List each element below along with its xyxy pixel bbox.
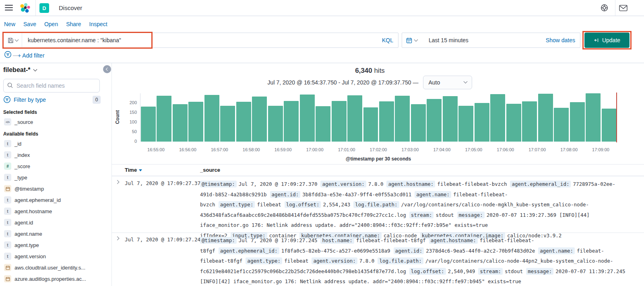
histogram-bar[interactable] xyxy=(538,94,553,142)
x-axis-tick: 17:05:00 xyxy=(465,147,482,152)
histogram-bar[interactable] xyxy=(157,96,171,142)
field-value: 3b8fdd3a-e53e-4a37-9ff4-e0f55a3cd011 xyxy=(302,191,411,198)
expand-row-icon[interactable] xyxy=(116,180,120,184)
field-key-badge: agent.type: xyxy=(219,201,255,208)
histogram-bar[interactable] xyxy=(554,108,569,142)
document-source: @timestamp:Jul 7, 2020 @ 17:09:27.370age… xyxy=(200,179,628,241)
document-row: Jul 7, 2020 @ 17:09:27.245@timestamp:Jul… xyxy=(112,233,644,286)
histogram-bar[interactable] xyxy=(602,109,617,142)
x-axis-tick: 16:57:00 xyxy=(211,147,228,152)
field-value: 7.8.0 xyxy=(359,258,375,264)
field-value: filebeat-filebeat-bvzch xyxy=(437,181,507,187)
field-key-badge: agent.name: xyxy=(415,191,451,198)
x-axis-tick: 16:56:00 xyxy=(179,147,196,152)
histogram-bar[interactable] xyxy=(506,104,521,142)
field-value: 2378d4c6-9ea5-44f0-a2c2-70b9f483d02e xyxy=(426,248,535,254)
histogram-bar[interactable] xyxy=(332,101,347,142)
histogram-bar[interactable] xyxy=(204,95,219,142)
field-key-badge: agent.version: xyxy=(312,257,357,264)
x-axis-tick: 17:03:00 xyxy=(402,147,419,152)
field-value: filebeat-filebeat-t8fgf xyxy=(356,237,426,243)
field-key-badge: host.name: xyxy=(320,237,354,244)
current-time-marker xyxy=(616,93,617,142)
field-key-badge: agent.name: xyxy=(538,247,575,254)
histogram-bar[interactable] xyxy=(395,96,410,142)
field-value: 7.8.0 xyxy=(368,181,384,187)
field-key-badge: stream: xyxy=(478,268,503,275)
document-time: Jul 7, 2020 @ 17:09:27.245 xyxy=(125,237,204,243)
histogram-bar[interactable] xyxy=(458,106,473,142)
field-value: Jul 7, 2020 @ 17:09:27.370 xyxy=(239,181,318,187)
histogram-bar[interactable] xyxy=(443,96,458,142)
field-key-badge: message: xyxy=(526,268,553,275)
field-key-badge: stream: xyxy=(409,212,434,218)
histogram-bar[interactable] xyxy=(522,101,537,142)
histogram-bar[interactable] xyxy=(490,94,505,142)
histogram-plot-area xyxy=(140,93,617,142)
histogram-bar[interactable] xyxy=(586,93,601,142)
source-column-header: _source xyxy=(200,167,220,173)
field-key-badge: @timestamp: xyxy=(200,237,237,244)
field-key-badge: log.file.path: xyxy=(378,257,423,264)
expand-row-icon[interactable] xyxy=(116,237,120,241)
document-row: Jul 7, 2020 @ 17:09:27.370@timestamp:Jul… xyxy=(112,176,644,233)
x-axis-label: @timestamp per 30 seconds xyxy=(140,156,617,162)
field-key-badge: agent.ephemeral_id: xyxy=(219,247,279,254)
table-top-border xyxy=(112,164,644,165)
document-time: Jul 7, 2020 @ 17:09:27.370 xyxy=(125,180,204,186)
field-key-badge: log.file.path: xyxy=(353,201,399,208)
y-axis-tick: 50 xyxy=(123,129,137,134)
histogram-bar[interactable] xyxy=(284,101,299,142)
kibana-discover-page: D Discover NewSaveOpenShareInspect KQL L… xyxy=(0,0,644,286)
histogram-bar[interactable] xyxy=(141,107,156,142)
field-key-badge: agent.ephemeral_id: xyxy=(510,181,571,187)
time-column-header[interactable]: Time xyxy=(125,167,142,173)
field-value: filebeat xyxy=(257,202,281,208)
x-axis-tick: 16:59:00 xyxy=(275,147,292,152)
histogram-bar[interactable] xyxy=(347,95,362,142)
histogram-bar[interactable] xyxy=(268,106,283,142)
histogram-bar[interactable] xyxy=(220,106,235,142)
histogram-bar[interactable] xyxy=(236,102,251,142)
field-value: 1f8fa0c5-82eb-475c-a527-e0699e5518a9 xyxy=(281,248,390,254)
y-axis-tick: 0 xyxy=(123,139,137,144)
histogram-bar[interactable] xyxy=(173,104,188,142)
time-column-label: Time xyxy=(125,167,137,173)
histogram-bar[interactable] xyxy=(570,102,585,142)
histogram-bar[interactable] xyxy=(363,107,378,142)
field-value: Jul 7, 2020 @ 17:09:27.245 xyxy=(239,237,318,243)
x-axis-tick: 17:08:00 xyxy=(560,147,578,152)
field-value: stdout xyxy=(436,212,454,218)
histogram-bar[interactable] xyxy=(379,101,394,142)
x-axis-tick: 17:02:00 xyxy=(370,147,387,152)
document-source: @timestamp:Jul 7, 2020 @ 17:09:27.245hos… xyxy=(200,235,628,286)
field-key-badge: @timestamp: xyxy=(200,181,237,187)
field-value: 2,554,243 xyxy=(323,202,350,208)
field-value: filebeat xyxy=(284,258,308,264)
field-key-badge: agent.hostname: xyxy=(386,181,435,187)
y-axis-label: Count xyxy=(115,105,120,129)
histogram-bar[interactable] xyxy=(316,106,330,142)
field-key-badge: log.offset: xyxy=(409,268,446,275)
field-key-badge: agent.id: xyxy=(270,191,301,198)
x-axis-tick: 17:01:00 xyxy=(338,147,355,152)
field-value: 2,540,949 xyxy=(448,268,475,274)
x-axis-tick: 17:04:00 xyxy=(433,147,450,152)
x-axis-tick: 17:07:00 xyxy=(528,147,546,152)
histogram-bar[interactable] xyxy=(252,97,267,142)
histogram-bar[interactable] xyxy=(411,104,426,142)
histogram-bar[interactable] xyxy=(427,99,442,142)
field-value: stdout xyxy=(505,268,523,274)
histogram-bar[interactable] xyxy=(188,102,203,142)
field-key-badge: agent.hostname: xyxy=(429,237,478,244)
field-key-badge: log.offset: xyxy=(285,201,321,208)
histogram-bar[interactable] xyxy=(300,95,315,142)
x-axis-tick: 17:09:00 xyxy=(592,147,609,152)
sort-descending-icon xyxy=(139,169,142,171)
x-axis-tick: 16:58:00 xyxy=(243,147,260,152)
x-axis-tick: 17:06:00 xyxy=(497,147,514,152)
x-axis-tick: 16:55:00 xyxy=(147,147,165,152)
y-axis-tick: 100 xyxy=(123,119,137,124)
histogram-bar[interactable] xyxy=(475,103,489,142)
field-key-badge: agent.version: xyxy=(320,181,366,187)
